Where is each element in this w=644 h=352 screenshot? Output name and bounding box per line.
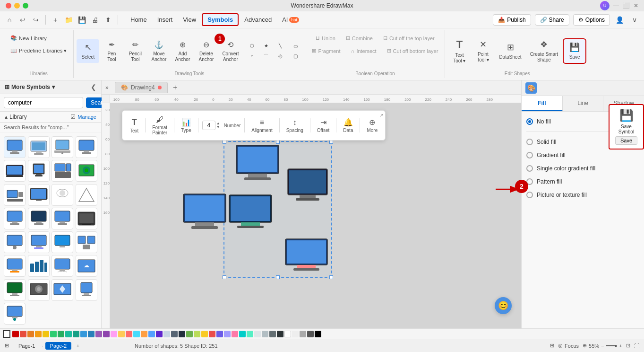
page-list-icon[interactable]: ⊞ (5, 343, 9, 349)
symbol-item[interactable] (76, 184, 97, 206)
number-down-arrow[interactable]: ▼ (216, 125, 220, 129)
symbol-item[interactable] (76, 231, 97, 253)
symbol-item[interactable] (4, 303, 26, 325)
pencil-tool-button[interactable]: ✏ PencilTool (124, 37, 146, 65)
color-swatch[interactable] (163, 331, 170, 337)
shape-monitor-1[interactable] (234, 144, 281, 184)
zoom-out-icon[interactable]: − (601, 343, 604, 349)
maximize-button[interactable] (23, 3, 28, 9)
color-swatch[interactable] (216, 331, 223, 337)
color-swatch[interactable] (43, 331, 49, 337)
symbol-item[interactable] (52, 231, 73, 253)
color-swatch[interactable] (300, 331, 306, 337)
publish-button[interactable]: 📤 Publish (493, 14, 531, 26)
color-swatch[interactable] (262, 331, 268, 337)
color-swatch[interactable] (58, 331, 64, 337)
no-color-swatch[interactable] (3, 330, 10, 338)
symbol-item[interactable] (52, 208, 73, 229)
resize-handle[interactable]: ↗ (379, 113, 383, 118)
handle-bm[interactable] (276, 275, 280, 279)
page-tab-2[interactable]: Page-2 (45, 342, 71, 350)
export-icon[interactable]: ⬆ (103, 14, 114, 26)
tab-line[interactable]: Line (563, 96, 604, 111)
undo-icon[interactable]: ↩ (17, 14, 28, 26)
color-swatch[interactable] (103, 331, 110, 337)
shape-monitor-2[interactable] (286, 168, 329, 205)
manage-link[interactable]: Manage (77, 114, 96, 120)
text-tool-button[interactable]: T TextTool ▾ (448, 35, 471, 67)
float-format-painter-button[interactable]: 🖌 FormatPainter (149, 114, 170, 137)
shape-circle-button[interactable]: ○ (245, 51, 258, 62)
color-swatch[interactable] (307, 331, 314, 337)
menu-ai[interactable]: AI hot (277, 14, 304, 25)
color-swatch[interactable] (171, 331, 178, 337)
focus-button[interactable]: ◎ Focus (558, 343, 579, 349)
library-collapse-icon[interactable]: ▴ (5, 114, 8, 120)
color-swatch[interactable] (277, 331, 283, 337)
handle-tr[interactable] (329, 140, 333, 144)
union-button[interactable]: ⊔ Union (312, 32, 339, 44)
float-data-button[interactable]: 🔔 Data (340, 116, 356, 135)
menu-view[interactable]: View (178, 14, 201, 25)
color-swatch[interactable] (118, 331, 125, 337)
symbol-item[interactable] (76, 279, 97, 301)
search-input[interactable] (4, 97, 83, 108)
tab-fill[interactable]: Fill (522, 96, 563, 111)
symbol-item[interactable] (76, 136, 97, 158)
page-tab-1[interactable]: Page-1 (14, 342, 40, 350)
cut-bottom-button[interactable]: ⊞ Cut off bottom layer (383, 45, 442, 57)
shape-arc-button[interactable]: ⌒ (259, 51, 273, 62)
symbol-item[interactable] (76, 160, 97, 182)
redo-icon[interactable]: ↪ (30, 14, 42, 26)
save-symbol-button[interactable]: Save (615, 136, 637, 145)
symbol-item[interactable] (52, 136, 73, 158)
expand-canvas-icon[interactable]: » (105, 84, 113, 91)
symbol-item[interactable] (4, 184, 26, 206)
fullscreen-icon[interactable]: ⛶ (634, 343, 639, 349)
shape-eye-button[interactable]: ◎ (274, 51, 287, 62)
color-swatch[interactable] (126, 331, 132, 337)
predefine-libraries-button[interactable]: 📖 Predefine Libraries ▾ (7, 45, 70, 57)
new-library-button[interactable]: 📚 New Library (7, 32, 51, 44)
symbol-item[interactable] (28, 184, 50, 206)
color-swatch[interactable] (209, 331, 215, 337)
float-text-button[interactable]: T Text (127, 115, 141, 135)
zoom-fit-icon[interactable]: ⊕ (583, 343, 587, 349)
shape-roundrect-button[interactable]: ▢ (289, 52, 302, 61)
pen-tool-button[interactable]: ✒ PenTool (100, 37, 123, 65)
color-swatch-red[interactable] (12, 331, 19, 337)
symbol-item[interactable] (4, 231, 26, 253)
expand-icon[interactable]: ∨ (629, 14, 640, 26)
add-tab-button[interactable]: + (170, 82, 181, 93)
symbol-item[interactable] (4, 279, 26, 301)
menu-insert[interactable]: Insert (153, 14, 178, 25)
user-avatar[interactable]: U (600, 1, 610, 10)
close-button[interactable] (6, 3, 11, 9)
color-swatch[interactable] (133, 331, 140, 337)
handle-bl[interactable] (223, 275, 226, 279)
save-icon[interactable]: 💾 (76, 14, 87, 26)
symbol-item[interactable] (52, 279, 73, 301)
open-icon[interactable]: 📁 (63, 14, 74, 26)
color-swatch[interactable] (247, 331, 253, 337)
color-swatch[interactable] (20, 331, 26, 337)
color-swatch[interactable] (111, 331, 117, 337)
symbol-item[interactable] (4, 136, 26, 158)
symbol-item[interactable] (52, 160, 73, 182)
user-profile-icon[interactable]: 👤 (614, 14, 625, 26)
color-swatch[interactable] (65, 331, 72, 337)
fragment-button[interactable]: ⊠ Fragment (308, 45, 344, 57)
symbol-item[interactable] (28, 279, 50, 301)
select-tool-button[interactable]: ↖ Select (77, 39, 99, 63)
color-swatch[interactable] (73, 331, 79, 337)
color-swatch[interactable] (179, 331, 185, 337)
zoom-slider[interactable]: ━━━● (606, 343, 618, 348)
color-swatch[interactable] (27, 331, 34, 337)
color-swatch[interactable] (315, 331, 321, 337)
datasheet-button[interactable]: ⊞ DataSheet (495, 39, 525, 63)
layers-icon[interactable]: ⊞ (550, 343, 554, 349)
symbol-item[interactable] (28, 231, 50, 253)
pattern-fill-option[interactable]: Pattern fill (526, 176, 639, 187)
handle-br[interactable] (329, 275, 333, 279)
symbol-item[interactable] (4, 255, 26, 277)
